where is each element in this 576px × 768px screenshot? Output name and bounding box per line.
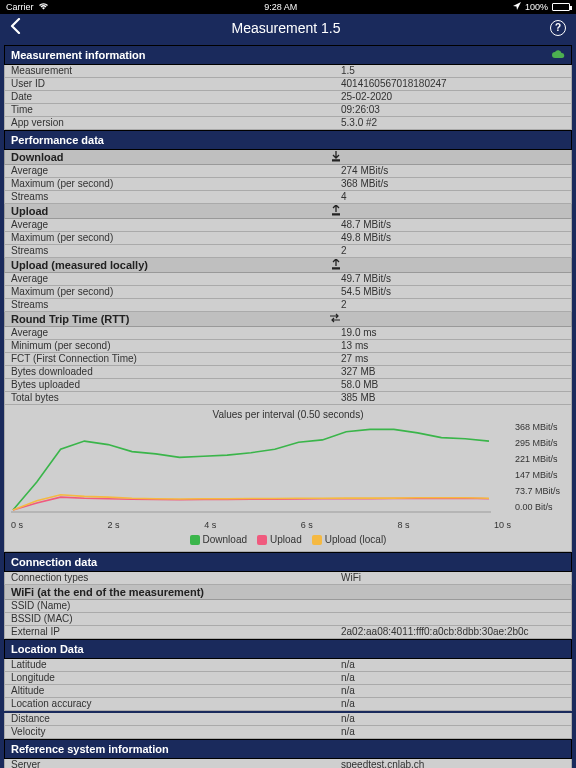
section-title: Connection data (11, 556, 97, 568)
section-performance: Performance data (4, 130, 572, 150)
series-upload-local- (13, 495, 489, 510)
row-value: 4014160567018180247 (335, 78, 571, 90)
row-value: 274 MBit/s (335, 165, 571, 177)
legend-upload-local-: Upload (local) (312, 534, 387, 545)
legend-swatch (190, 535, 200, 545)
row-value (335, 613, 571, 625)
row-label: Average (5, 219, 335, 231)
row-label: Location accuracy (5, 698, 335, 710)
group-title: Upload (11, 205, 48, 217)
section-title: Reference system information (11, 743, 169, 755)
svg-rect-1 (332, 214, 340, 216)
row-label: Maximum (per second) (5, 178, 335, 190)
perf-group-upload: Upload (4, 204, 572, 219)
data-row: Longituden/a (4, 672, 572, 685)
section-reference: Reference system information (4, 739, 572, 759)
data-row: FCT (First Connection Time)27 ms (4, 353, 572, 366)
row-label: Date (5, 91, 335, 103)
row-label: Average (5, 273, 335, 285)
row-label: Connection types (5, 572, 335, 584)
section-title: Location Data (11, 643, 84, 655)
row-value: 49.7 MBit/s (335, 273, 571, 285)
x-tick: 4 s (204, 520, 216, 530)
row-label: Time (5, 104, 335, 116)
perf-group-download: Download (4, 150, 572, 165)
carrier-label: Carrier (6, 2, 34, 12)
row-value: 327 MB (335, 366, 571, 378)
legend-download: Download (190, 534, 247, 545)
row-label: User ID (5, 78, 335, 90)
section-connection: Connection data (4, 552, 572, 572)
row-value: 19.0 ms (335, 327, 571, 339)
download-icon (331, 151, 341, 164)
data-row: Location accuracyn/a (4, 698, 572, 711)
perf-group-upload-measured-locally-: Upload (measured locally) (4, 258, 572, 273)
row-label: Longitude (5, 672, 335, 684)
wifi-subheader: WiFi (at the end of the measurement) (4, 585, 572, 600)
x-tick: 0 s (11, 520, 23, 530)
help-button[interactable]: ? (550, 20, 566, 36)
battery-pct: 100% (525, 2, 548, 12)
row-label: SSID (Name) (5, 600, 335, 612)
y-tick: 147 MBit/s (515, 470, 565, 480)
sub-title: WiFi (at the end of the measurement) (11, 586, 204, 598)
row-value: 54.5 MBit/s (335, 286, 571, 298)
row-value: 13 ms (335, 340, 571, 352)
row-label: Minimum (per second) (5, 340, 335, 352)
data-row: Bytes uploaded58.0 MB (4, 379, 572, 392)
row-value: n/a (335, 685, 571, 697)
x-tick: 10 s (494, 520, 511, 530)
row-label: Bytes uploaded (5, 379, 335, 391)
data-row: Time09:26:03 (4, 104, 572, 117)
speed-chart (11, 422, 491, 516)
row-label: Streams (5, 299, 335, 311)
row-value: 25-02-2020 (335, 91, 571, 103)
y-tick: 73.7 MBit/s (515, 486, 565, 496)
group-title: Round Trip Time (RTT) (11, 313, 129, 325)
data-row: Date25-02-2020 (4, 91, 572, 104)
row-label: Average (5, 165, 335, 177)
row-label: Total bytes (5, 392, 335, 404)
y-tick: 295 MBit/s (515, 438, 565, 448)
svg-rect-2 (332, 268, 340, 270)
row-label: Average (5, 327, 335, 339)
row-label: Altitude (5, 685, 335, 697)
status-time: 9:28 AM (264, 2, 297, 12)
data-row: Average49.7 MBit/s (4, 273, 572, 286)
y-tick: 0.00 Bit/s (515, 502, 565, 512)
data-row: App version5.3.0 #2 (4, 117, 572, 130)
row-value: 27 ms (335, 353, 571, 365)
row-value: 2 (335, 245, 571, 257)
row-value: 385 MB (335, 392, 571, 404)
data-row: Maximum (per second)368 MBit/s (4, 178, 572, 191)
row-label: Server (5, 759, 335, 768)
row-label: FCT (First Connection Time) (5, 353, 335, 365)
upload-icon (331, 205, 341, 218)
location-icon (513, 2, 521, 12)
section-title: Measurement information (11, 49, 145, 61)
status-bar: Carrier 9:28 AM 100% (0, 0, 576, 14)
perf-group-round-trip-time-rtt-: Round Trip Time (RTT) (4, 312, 572, 327)
back-button[interactable] (10, 18, 22, 38)
row-value: 2a02:aa08:4011:fff0:a0cb:8dbb:30ae:2b0c (335, 626, 571, 638)
data-row: External IP2a02:aa08:4011:fff0:a0cb:8dbb… (4, 626, 572, 639)
chart-container: Values per interval (0.50 seconds) 0 s2 … (4, 405, 572, 552)
battery-icon (552, 3, 570, 11)
row-value: 58.0 MB (335, 379, 571, 391)
row-value: n/a (335, 726, 571, 738)
legend-label: Upload (local) (325, 534, 387, 545)
row-value: speedtest.cnlab.ch (335, 759, 571, 768)
row-label: Velocity (5, 726, 335, 738)
nav-bar: Measurement 1.5 ? (0, 14, 576, 41)
legend-swatch (312, 535, 322, 545)
data-row: Average274 MBit/s (4, 165, 572, 178)
x-tick: 2 s (108, 520, 120, 530)
row-label: Streams (5, 245, 335, 257)
upload-icon (331, 259, 341, 272)
row-label: External IP (5, 626, 335, 638)
row-label: Maximum (per second) (5, 286, 335, 298)
cloud-sync-icon (551, 49, 565, 61)
row-value (335, 600, 571, 612)
row-label: Distance (5, 713, 335, 725)
row-value: 49.8 MBit/s (335, 232, 571, 244)
